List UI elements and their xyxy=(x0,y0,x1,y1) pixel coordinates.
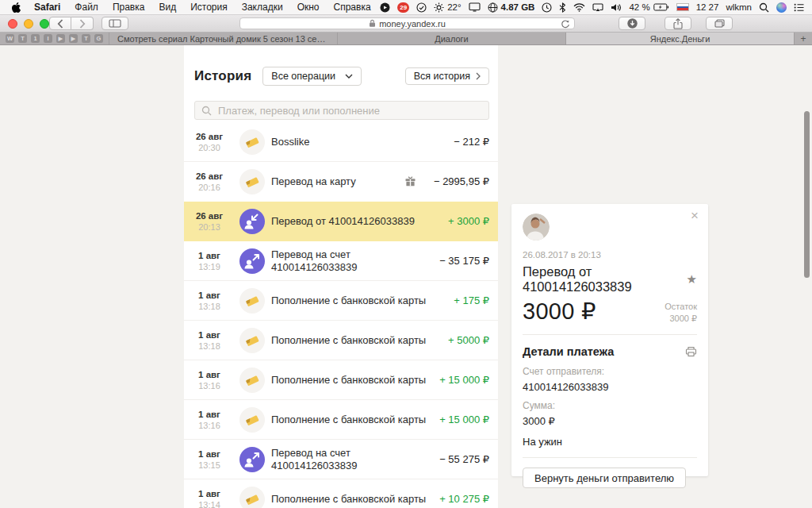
pinned-tab[interactable]: G xyxy=(94,34,103,43)
zoom-window-button[interactable] xyxy=(40,19,49,29)
temperature-label: 22° xyxy=(447,2,461,12)
reload-icon[interactable] xyxy=(561,20,569,29)
history-clock-icon[interactable] xyxy=(542,2,552,13)
transaction-amount: − 35 175 ₽ xyxy=(439,255,489,267)
menu-item[interactable]: Окно xyxy=(297,2,320,13)
transaction-row[interactable]: 26 авг 20:13 Перевод от 410014126033839 xyxy=(184,202,498,241)
transaction-date: 1 авг xyxy=(194,449,224,459)
menu-item[interactable]: Файл xyxy=(75,2,98,13)
sidebar-button[interactable] xyxy=(102,17,128,30)
notification-center-icon[interactable] xyxy=(794,3,804,12)
transaction-title: Пополнение с банковской карты xyxy=(271,374,426,387)
scrollbar-thumb[interactable] xyxy=(804,111,810,278)
browser-tab[interactable]: Диалоги xyxy=(338,33,566,44)
pinned-tab[interactable]: ▶ xyxy=(56,34,65,43)
transaction-title: Перевод на счет xyxy=(271,447,357,460)
transaction-date: 26 авг xyxy=(194,132,224,141)
app-menu: SafariФайлПравкаВидИсторияЗакладкиОкноСп… xyxy=(34,2,371,13)
wallet-icon xyxy=(239,328,265,353)
airplay-icon[interactable] xyxy=(592,3,603,12)
url-text: money.yandex.ru xyxy=(379,19,446,29)
browser-tab[interactable]: Яндекс.Деньги xyxy=(566,33,795,44)
back-button[interactable] xyxy=(49,17,71,30)
tab-overview-button[interactable] xyxy=(706,17,733,30)
wifi-icon[interactable] xyxy=(573,3,585,12)
siri-icon[interactable] xyxy=(776,2,787,13)
forward-button[interactable] xyxy=(71,17,94,30)
address-bar[interactable]: money.yandex.ru xyxy=(239,17,575,29)
transaction-time: 13:18 xyxy=(194,302,224,311)
spotlight-icon[interactable] xyxy=(759,2,769,13)
transaction-amount: + 175 ₽ xyxy=(454,294,489,306)
close-icon[interactable]: × xyxy=(691,209,699,222)
print-icon[interactable] xyxy=(685,346,697,357)
transaction-date: 1 авг xyxy=(194,291,224,300)
transaction-row[interactable]: 26 авг 20:16 Перевод на карту xyxy=(184,162,498,202)
display-icon[interactable] xyxy=(469,2,481,12)
all-history-link[interactable]: Вся история xyxy=(405,67,489,85)
pinned-tab[interactable]: I xyxy=(44,34,52,43)
wallet-icon xyxy=(239,407,265,433)
transaction-title: Перевод на карту xyxy=(271,175,356,188)
transaction-amount: + 15 000 ₽ xyxy=(439,414,489,425)
field-label: Счет отправителя: xyxy=(523,366,697,377)
transaction-row[interactable]: 1 авг 13:16 Пополнение с банковской карт… xyxy=(184,360,498,400)
transaction-row[interactable]: 1 авг 13:18 Пополнение с банковской карт… xyxy=(184,281,498,321)
pinned-tab[interactable]: 1 xyxy=(31,34,40,43)
app-status-icon[interactable] xyxy=(380,2,390,13)
share-button[interactable] xyxy=(665,17,691,30)
pinned-tab[interactable]: T xyxy=(82,34,90,43)
notification-badge[interactable]: 29 xyxy=(397,2,409,13)
transaction-row[interactable]: 26 авг 20:30 Bosslike xyxy=(184,122,498,162)
menu-item[interactable]: Safari xyxy=(34,2,60,13)
transaction-row[interactable]: 1 авг 13:18 Пополнение с банковской карт… xyxy=(184,321,498,360)
lock-icon xyxy=(369,19,376,28)
transaction-amount: + 15 000 ₽ xyxy=(439,374,489,386)
language-flag-icon[interactable] xyxy=(676,3,689,11)
transaction-row[interactable]: 1 авг 13:16 Пополнение с банковской карт… xyxy=(184,400,498,440)
transaction-row[interactable]: 1 авг 13:19 Перевод на счет 410014126033… xyxy=(184,241,498,281)
menu-item[interactable]: Закладки xyxy=(242,2,283,13)
transaction-time: 13:16 xyxy=(194,381,224,391)
pinned-tab[interactable]: T xyxy=(18,34,27,43)
clock-label[interactable]: 12 27 xyxy=(696,2,719,12)
browser-tab[interactable]: Смотреть сериал Карточный домик 5 сезон … xyxy=(109,33,338,44)
checkmark-menu-icon[interactable] xyxy=(416,2,427,13)
return-money-button[interactable]: Вернуть деньги отправителю xyxy=(523,468,686,488)
transaction-title: Перевод на счет xyxy=(271,248,357,261)
menu-item[interactable]: История xyxy=(190,2,228,13)
data-usage-item[interactable]: 4.87 GB xyxy=(488,2,535,13)
transaction-row[interactable]: 1 авг 13:15 Перевод на счет 410014126033… xyxy=(184,440,498,479)
weather-item[interactable]: 22° xyxy=(434,2,461,13)
operations-filter-dropdown[interactable]: Все операции xyxy=(262,67,362,86)
pinned-tab[interactable]: ▶ xyxy=(69,34,78,43)
window-controls xyxy=(8,19,49,29)
menu-item[interactable]: Вид xyxy=(159,2,176,13)
battery-item[interactable]: 42 % xyxy=(629,2,668,12)
menu-item[interactable]: Правка xyxy=(113,2,145,13)
bluetooth-icon[interactable] xyxy=(559,2,566,13)
close-window-button[interactable] xyxy=(8,19,17,29)
payment-comment: На ужин xyxy=(523,436,697,448)
transaction-title-line2: 410014126033839 xyxy=(271,261,357,274)
username-label[interactable]: wlkmn xyxy=(726,2,752,12)
payment-detail-panel: × 26.08.2017 в 20:13 Перевод от 41001412… xyxy=(511,204,708,476)
volume-icon[interactable] xyxy=(611,3,622,12)
search-field[interactable] xyxy=(194,101,489,120)
apple-menu-icon[interactable] xyxy=(11,2,21,13)
transaction-title: Пополнение с банковской карты xyxy=(271,414,426,426)
transaction-time: 20:13 xyxy=(194,222,224,232)
menu-item[interactable]: Справка xyxy=(334,2,371,13)
transaction-row[interactable]: 1 авг 13:14 Пополнение с банковской карт… xyxy=(184,479,498,508)
favorite-star-icon[interactable]: ★ xyxy=(687,272,697,287)
field-value: 410014126033839 xyxy=(523,381,697,393)
minimize-window-button[interactable] xyxy=(24,19,33,29)
pinned-tab[interactable]: W xyxy=(6,34,14,43)
downloads-button[interactable] xyxy=(619,17,645,30)
search-input[interactable] xyxy=(216,104,482,117)
new-tab-button[interactable]: + xyxy=(795,33,812,44)
wallet-icon xyxy=(239,288,265,314)
search-icon xyxy=(201,106,212,116)
transaction-time: 13:19 xyxy=(194,262,224,271)
transaction-date: 26 авг xyxy=(194,171,224,181)
